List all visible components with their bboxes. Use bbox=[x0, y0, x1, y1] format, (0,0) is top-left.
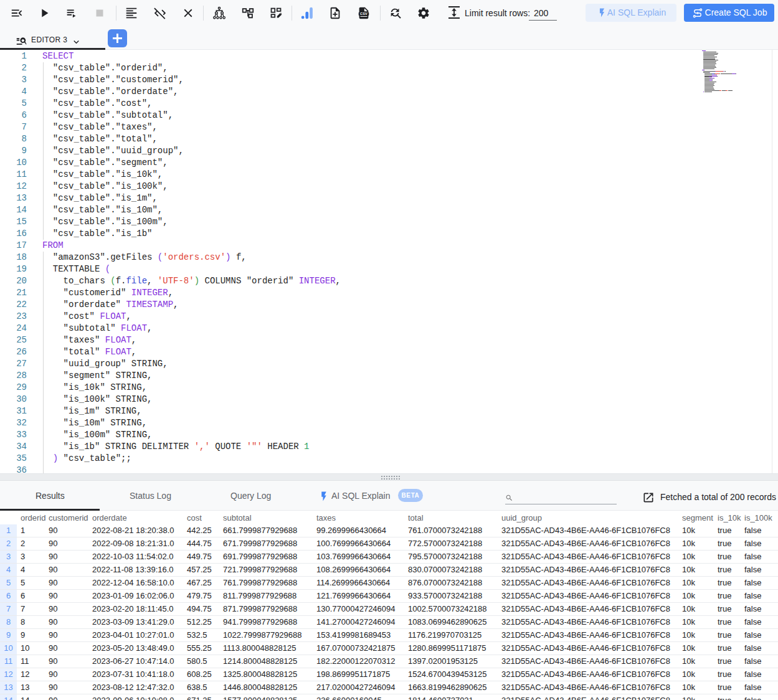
svg-text:CSV: CSV bbox=[360, 12, 368, 16]
